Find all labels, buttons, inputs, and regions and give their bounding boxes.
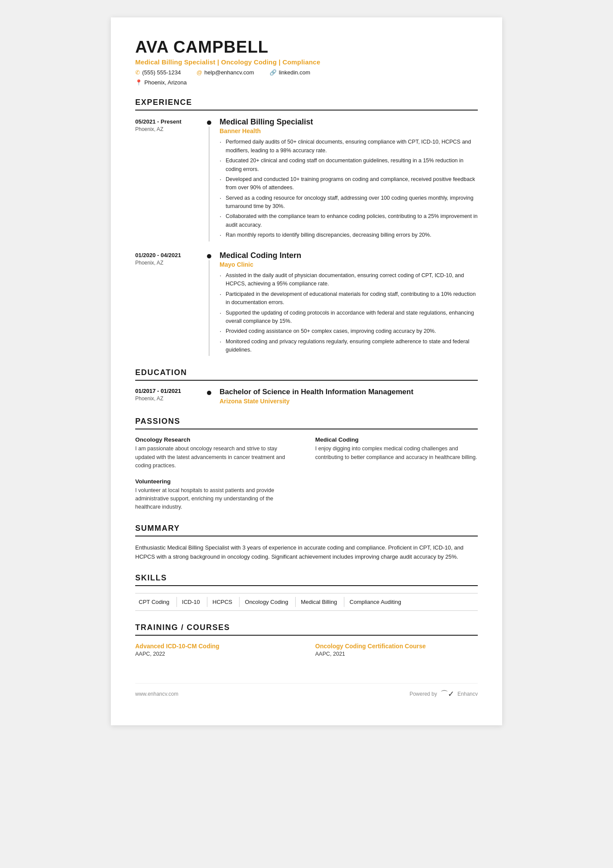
linkedin-contact: 🔗 linkedin.com bbox=[270, 69, 310, 76]
experience-item-1: 05/2021 - Present Phoenix, AZ Medical Bi… bbox=[135, 117, 478, 241]
candidate-title: Medical Billing Specialist | Oncology Co… bbox=[135, 58, 478, 66]
training-sub-1: AAPC, 2022 bbox=[135, 651, 298, 657]
skills-section: SKILLS CPT Coding ICD-10 HCPCS Oncology … bbox=[135, 573, 478, 611]
experience-section: EXPERIENCE 05/2021 - Present Phoenix, AZ… bbox=[135, 98, 478, 356]
edu-dot-1 bbox=[207, 391, 211, 395]
bullet-2-1: Assisted in the daily audit of physician… bbox=[220, 271, 478, 288]
training-section: TRAINING / COURSES Advanced ICD-10-CM Co… bbox=[135, 623, 478, 657]
education-item-1: 01/2017 - 01/2021 Phoenix, AZ Bachelor o… bbox=[135, 388, 478, 405]
exp-bullets-2: Assisted in the daily audit of physician… bbox=[220, 271, 478, 354]
passion-item-1: Oncology Research I am passionate about … bbox=[135, 436, 298, 470]
bullet-1-2: Educated 20+ clinical and coding staff o… bbox=[220, 157, 478, 174]
training-item-1: Advanced ICD-10-CM Coding AAPC, 2022 bbox=[135, 643, 298, 657]
exp-content-2: Medical Coding Intern Mayo Clinic Assist… bbox=[213, 251, 478, 356]
exp-dot-col-1 bbox=[205, 117, 213, 241]
passion-item-3: Volunteering I volunteer at local hospit… bbox=[135, 478, 298, 512]
education-section-title: EDUCATION bbox=[135, 368, 478, 381]
passion-text-3: I volunteer at local hospitals to assist… bbox=[135, 486, 298, 512]
bullet-1-5: Collaborated with the compliance team to… bbox=[220, 212, 478, 229]
exp-company-1: Banner Health bbox=[220, 127, 478, 134]
phone-value: (555) 555-1234 bbox=[142, 69, 181, 76]
skills-section-title: SKILLS bbox=[135, 573, 478, 586]
exp-dot-2 bbox=[207, 254, 211, 258]
experience-item-2: 01/2020 - 04/2021 Phoenix, AZ Medical Co… bbox=[135, 251, 478, 356]
exp-date-range-2: 01/2020 - 04/2021 bbox=[135, 252, 205, 258]
education-section: EDUCATION 01/2017 - 01/2021 Phoenix, AZ … bbox=[135, 368, 478, 405]
email-value: help@enhancv.com bbox=[204, 69, 254, 76]
exp-job-title-2: Medical Coding Intern bbox=[220, 251, 478, 261]
passions-section-title: PASSIONS bbox=[135, 417, 478, 429]
experience-section-title: EXPERIENCE bbox=[135, 98, 478, 111]
bullet-1-3: Developed and conducted 10+ training pro… bbox=[220, 175, 478, 192]
linkedin-icon: 🔗 bbox=[270, 69, 277, 76]
summary-section-title: SUMMARY bbox=[135, 524, 478, 536]
bullet-2-3: Supported the updating of coding protoco… bbox=[220, 309, 478, 326]
passion-title-2: Medical Coding bbox=[315, 436, 478, 443]
training-sub-2: AAPC, 2021 bbox=[315, 651, 478, 657]
skills-list: CPT Coding ICD-10 HCPCS Oncology Coding … bbox=[135, 593, 478, 611]
location-value: Phoenix, Arizona bbox=[144, 79, 187, 86]
summary-section: SUMMARY Enthusiastic Medical Billing Spe… bbox=[135, 524, 478, 562]
footer-brand-name: Enhancv bbox=[457, 691, 478, 697]
skill-5: Medical Billing bbox=[296, 597, 344, 607]
email-contact: @ help@enhancv.com bbox=[197, 69, 254, 76]
edu-location-1: Phoenix, AZ bbox=[135, 395, 205, 402]
skill-3: HCPCS bbox=[207, 597, 240, 607]
exp-dot-1 bbox=[207, 121, 211, 125]
bullet-2-2: Participated in the development of educa… bbox=[220, 290, 478, 307]
training-item-2: Oncology Coding Certification Course AAP… bbox=[315, 643, 478, 657]
skill-6: Compliance Auditing bbox=[344, 597, 408, 607]
exp-content-1: Medical Billing Specialist Banner Health… bbox=[213, 117, 478, 241]
email-icon: @ bbox=[197, 69, 202, 76]
skill-1: CPT Coding bbox=[135, 597, 177, 607]
candidate-name: AVA CAMPBELL bbox=[135, 38, 478, 57]
footer-logo-icon: ⌒✓ bbox=[440, 689, 454, 699]
edu-content-1: Bachelor of Science in Health Informatio… bbox=[213, 388, 478, 405]
exp-location-2: Phoenix, AZ bbox=[135, 260, 205, 266]
passion-text-2: I enjoy digging into complex medical cod… bbox=[315, 445, 478, 462]
edu-degree-1: Bachelor of Science in Health Informatio… bbox=[220, 388, 478, 396]
resume-page: AVA CAMPBELL Medical Billing Specialist … bbox=[111, 17, 502, 725]
footer-website: www.enhancv.com bbox=[135, 691, 178, 697]
skill-2: ICD-10 bbox=[177, 597, 207, 607]
training-title-2: Oncology Coding Certification Course bbox=[315, 643, 478, 650]
edu-date-col-1: 01/2017 - 01/2021 Phoenix, AZ bbox=[135, 388, 205, 405]
exp-date-col-2: 01/2020 - 04/2021 Phoenix, AZ bbox=[135, 251, 205, 356]
location-contact: 📍 Phoenix, Arizona bbox=[135, 79, 187, 86]
exp-job-title-1: Medical Billing Specialist bbox=[220, 117, 478, 127]
passions-section: PASSIONS Oncology Research I am passiona… bbox=[135, 417, 478, 511]
exp-location-1: Phoenix, AZ bbox=[135, 126, 205, 132]
exp-line-2 bbox=[209, 260, 210, 356]
bullet-2-4: Provided coding assistance on 50+ comple… bbox=[220, 327, 478, 335]
passion-text-1: I am passionate about oncology research … bbox=[135, 445, 298, 470]
location-icon: 📍 bbox=[135, 79, 142, 86]
edu-school-1: Arizona State University bbox=[220, 398, 478, 405]
exp-company-2: Mayo Clinic bbox=[220, 261, 478, 268]
phone-contact: ✆ (555) 555-1234 bbox=[135, 69, 181, 76]
bullet-1-1: Performed daily audits of 50+ clinical d… bbox=[220, 138, 478, 155]
summary-text: Enthusiastic Medical Billing Specialist … bbox=[135, 543, 478, 562]
exp-bullets-1: Performed daily audits of 50+ clinical d… bbox=[220, 138, 478, 239]
contacts-row1: ✆ (555) 555-1234 @ help@enhancv.com 🔗 li… bbox=[135, 69, 478, 76]
exp-date-range-1: 05/2021 - Present bbox=[135, 118, 205, 125]
bullet-1-6: Ran monthly reports to identify billing … bbox=[220, 231, 478, 239]
bullet-1-4: Served as a coding resource for oncology… bbox=[220, 194, 478, 211]
training-title-1: Advanced ICD-10-CM Coding bbox=[135, 643, 298, 650]
bullet-2-5: Monitored coding and privacy regulations… bbox=[220, 338, 478, 355]
edu-dot-col-1 bbox=[205, 388, 213, 405]
passion-title-1: Oncology Research bbox=[135, 436, 298, 443]
footer-brand: Powered by ⌒✓ Enhancv bbox=[410, 689, 478, 699]
exp-dot-col-2 bbox=[205, 251, 213, 356]
training-section-title: TRAINING / COURSES bbox=[135, 623, 478, 636]
edu-date-range-1: 01/2017 - 01/2021 bbox=[135, 388, 205, 394]
passion-item-2: Medical Coding I enjoy digging into comp… bbox=[315, 436, 478, 470]
contacts-row2: 📍 Phoenix, Arizona bbox=[135, 77, 478, 86]
training-grid: Advanced ICD-10-CM Coding AAPC, 2022 Onc… bbox=[135, 643, 478, 657]
exp-date-col-1: 05/2021 - Present Phoenix, AZ bbox=[135, 117, 205, 241]
page-footer: www.enhancv.com Powered by ⌒✓ Enhancv bbox=[135, 683, 478, 699]
passion-title-3: Volunteering bbox=[135, 478, 298, 485]
exp-line-1 bbox=[209, 127, 210, 241]
linkedin-value: linkedin.com bbox=[279, 69, 310, 76]
header: AVA CAMPBELL Medical Billing Specialist … bbox=[135, 38, 478, 86]
phone-icon: ✆ bbox=[135, 69, 140, 76]
